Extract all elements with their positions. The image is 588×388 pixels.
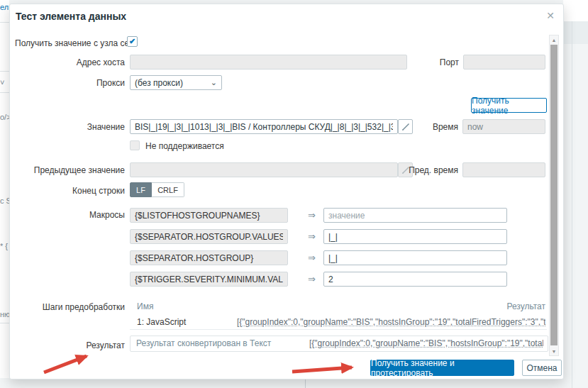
divider bbox=[130, 329, 547, 330]
host-address-label: Адрес хоста bbox=[10, 57, 125, 67]
cancel-button[interactable]: Отмена bbox=[522, 360, 562, 376]
eol-label: Конец строки bbox=[10, 186, 125, 196]
scroll-up-icon[interactable]: ▲ bbox=[550, 35, 558, 44]
proxy-selected-value: (без прокси) bbox=[135, 78, 183, 88]
host-address-input[interactable] bbox=[130, 55, 407, 70]
background-fragment: ню bbox=[0, 310, 9, 318]
port-input[interactable] bbox=[463, 55, 545, 70]
background-artifact bbox=[0, 323, 9, 323]
background-fragment: о/> bbox=[0, 113, 9, 121]
maps-to-arrow-icon: ⇒ bbox=[308, 253, 316, 263]
result-conversion-note: Результат сконвертирован в Текст bbox=[136, 338, 271, 348]
preprocessing-header-result: Результат bbox=[404, 301, 545, 311]
eol-crlf-toggle[interactable]: CRLF bbox=[152, 182, 184, 197]
time-label: Время bbox=[407, 122, 458, 132]
background-artifact bbox=[572, 21, 572, 388]
result-box: Результат сконвертирован в Текст [{"grou… bbox=[130, 336, 548, 352]
background-artifact bbox=[0, 71, 9, 72]
preprocessing-step-result-link[interactable]: [{"groupIndex":0,"groupName":"BIS","host… bbox=[237, 317, 545, 327]
macro-value-input[interactable] bbox=[323, 250, 507, 265]
background-artifact bbox=[305, 378, 306, 388]
result-label: Результат bbox=[10, 340, 125, 350]
get-value-from-host-checkbox[interactable]: ✔ bbox=[127, 36, 138, 47]
port-label: Порт bbox=[406, 57, 459, 67]
prev-time-label: Пред. время bbox=[396, 165, 458, 175]
background-fragment: с S bbox=[0, 196, 9, 205]
macro-name-input[interactable] bbox=[130, 208, 288, 223]
scrollbar-thumb[interactable] bbox=[550, 45, 558, 345]
background-page-strip: ел ˅ о/> с S * { ню bbox=[0, 0, 9, 378]
result-value-link[interactable]: [{"groupIndex":0,"groupName":"BIS","host… bbox=[309, 338, 543, 348]
page: ел ˅ о/> с S * { ню Тест элемента данных… bbox=[0, 0, 588, 388]
time-input[interactable] bbox=[462, 119, 545, 134]
not-supported-label: Не поддерживается bbox=[145, 141, 224, 151]
get-value-button[interactable]: Получить значение bbox=[471, 98, 547, 113]
eol-lf-toggle[interactable]: LF bbox=[130, 182, 152, 197]
scrollbar[interactable]: ▲ ▼ bbox=[549, 35, 559, 356]
dialog-title: Тест элемента данных bbox=[16, 11, 126, 22]
macros-label: Макросы bbox=[10, 210, 125, 220]
prev-value-label: Предыдущее значение bbox=[10, 165, 125, 175]
macro-name-input[interactable] bbox=[130, 250, 288, 265]
macro-value-input[interactable] bbox=[323, 229, 507, 244]
maps-to-arrow-icon: ⇒ bbox=[308, 231, 316, 242]
get-value-from-host-label: Получить значение с узла сети bbox=[15, 38, 138, 48]
background-artifact bbox=[0, 22, 9, 23]
value-input[interactable] bbox=[130, 119, 398, 134]
value-label: Значение bbox=[10, 122, 125, 132]
preprocessing-label: Шаги предобработки bbox=[10, 302, 125, 312]
maps-to-arrow-icon: ⇒ bbox=[308, 274, 316, 284]
preprocessing-header-name: Имя bbox=[137, 301, 153, 311]
macro-value-input[interactable] bbox=[323, 208, 507, 223]
background-fragment: * { bbox=[0, 242, 8, 250]
macro-name-input[interactable] bbox=[130, 229, 288, 244]
macro-name-input[interactable] bbox=[130, 272, 288, 287]
test-item-dialog: Тест элемента данных ✕ Получить значение… bbox=[9, 4, 564, 379]
background-artifact bbox=[563, 21, 588, 44]
background-artifact bbox=[563, 0, 588, 21]
checkmark-icon: ✔ bbox=[129, 38, 135, 45]
proxy-label: Прокси bbox=[10, 78, 125, 88]
proxy-select[interactable]: (без прокси) ⌄ bbox=[130, 75, 222, 90]
background-fragment: ˅ bbox=[0, 78, 4, 87]
prev-time-input[interactable] bbox=[462, 162, 545, 177]
prev-value-input[interactable] bbox=[130, 162, 398, 177]
chevron-down-icon: ⌄ bbox=[211, 79, 217, 87]
test-button[interactable]: Получить значение и протестировать bbox=[370, 360, 514, 376]
close-icon[interactable]: ✕ bbox=[542, 7, 559, 24]
background-fragment: ел bbox=[0, 3, 9, 11]
not-supported-checkbox[interactable] bbox=[130, 140, 140, 150]
background-artifact bbox=[0, 92, 9, 93]
scroll-down-icon[interactable]: ▼ bbox=[550, 347, 558, 355]
maps-to-arrow-icon: ⇒ bbox=[308, 210, 316, 221]
macro-value-input[interactable] bbox=[323, 272, 507, 287]
preprocessing-step-name: 1: JavaScript bbox=[137, 317, 186, 327]
